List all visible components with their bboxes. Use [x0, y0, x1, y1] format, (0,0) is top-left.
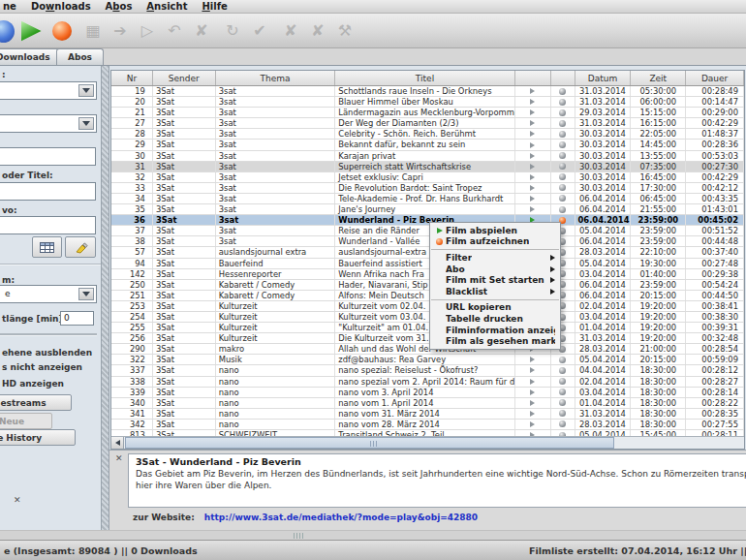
horizontal-scrollbar[interactable]: [111, 436, 744, 449]
checkbox-abos-nicht-anzeigen[interactable]: s nicht anzeigen: [2, 362, 82, 372]
menu-downloads[interactable]: Downloads: [31, 1, 91, 12]
close-icon[interactable]: ✕: [14, 496, 21, 505]
table-row[interactable]: 293Sat3satBekannt dafür, bekannt zu sein…: [111, 140, 744, 150]
context-menu-item[interactable]: URL kopieren: [430, 302, 560, 314]
context-menu-item[interactable]: Tabelle drucken: [430, 313, 560, 325]
table-row[interactable]: 333Sat3satDie Revolution Bardot: Saint T…: [111, 183, 744, 194]
play-icon[interactable]: [530, 164, 535, 170]
cross-icon-2[interactable]: ✘: [279, 19, 302, 43]
sender-combobox[interactable]: [0, 81, 97, 100]
play-icon[interactable]: [530, 174, 535, 180]
play-icon[interactable]: [530, 421, 535, 427]
clear-filter-button[interactable]: [65, 236, 96, 258]
play-icon[interactable]: [530, 99, 535, 105]
column-header-thema[interactable]: Thema: [216, 71, 336, 85]
history-button[interactable]: elle History: [0, 429, 76, 446]
record-icon[interactable]: [559, 367, 566, 374]
context-menu-item[interactable]: Film aufzeichnen: [430, 236, 560, 248]
column-header-icon4[interactable]: [515, 71, 551, 85]
cross-icon[interactable]: ✘: [190, 19, 213, 43]
menu-filme-fragment[interactable]: ne: [3, 1, 16, 12]
play-icon[interactable]: [530, 206, 535, 212]
menu-ansicht[interactable]: Ansicht: [146, 1, 187, 12]
chevron-down-icon[interactable]: [78, 288, 94, 300]
table-row[interactable]: 2513SatKabarett / ComedyAlfons: Mein Deu…: [111, 291, 744, 301]
chevron-down-icon[interactable]: [78, 117, 94, 130]
play-icon[interactable]: [530, 131, 535, 137]
record-icon[interactable]: [559, 131, 566, 138]
cross-icon-3[interactable]: ✘: [306, 19, 329, 43]
play-icon[interactable]: [530, 400, 535, 406]
table-row[interactable]: 3393Satnanonano vom 3. April 201403.04.2…: [111, 388, 744, 398]
play-icon[interactable]: [530, 389, 535, 395]
close-icon[interactable]: ✕: [115, 454, 123, 463]
context-menu-item[interactable]: Film abspielen: [430, 225, 560, 236]
play-icon[interactable]: [530, 185, 535, 191]
table-row[interactable]: 3403Satnanonano vom 1. April 201401.04.2…: [111, 398, 744, 409]
record-icon[interactable]: [559, 120, 566, 127]
thema-oder-titel-input[interactable]: [0, 182, 96, 201]
column-header-dauer[interactable]: Dauer: [686, 71, 744, 85]
record-icon[interactable]: [559, 420, 566, 427]
bottom-splitter[interactable]: [0, 530, 746, 540]
context-menu-item[interactable]: Abo: [430, 264, 560, 275]
record-icon[interactable]: [559, 389, 566, 395]
record-icon[interactable]: [559, 206, 566, 213]
table-row[interactable]: 363Sat3satWunderland - Piz Beverin06.04.…: [111, 215, 744, 226]
table-row[interactable]: 213Sat3satLändermagazin aus Mecklenburg-…: [111, 108, 744, 118]
table-row[interactable]: 383Sat3satWunderland - Vallée06.04.20142…: [111, 236, 744, 247]
play-icon[interactable]: [530, 153, 535, 159]
scroll-left-button[interactable]: [111, 437, 124, 449]
table-row[interactable]: 373Sat3satReise an die Ränder05.04.20142…: [111, 226, 744, 236]
titel-input[interactable]: [0, 147, 96, 166]
context-menu-item[interactable]: Filter: [430, 252, 560, 264]
table-row[interactable]: 943SatBauerfeindBauerfeind assistiert05.…: [111, 259, 744, 269]
record-icon[interactable]: [559, 410, 566, 417]
context-menu-item[interactable]: Filminformation anzeigen: [430, 325, 560, 336]
laenge-slider[interactable]: [0, 333, 97, 336]
context-menu-item[interactable]: Film mit Set starten: [430, 274, 560, 286]
table-row[interactable]: 303Sat3satKarajan privat30.03.201413:55:…: [111, 151, 744, 162]
table-row[interactable]: 193Sat3satSchottlands raue Inseln - Die …: [111, 86, 744, 97]
table-row[interactable]: 2543SatKulturzeitKulturzeit vom 03.04.03…: [111, 312, 744, 323]
record-film-icon[interactable]: [50, 19, 74, 43]
play-icon[interactable]: [530, 88, 535, 94]
column-header-icon5[interactable]: [551, 71, 575, 85]
context-menu-item[interactable]: Blacklist: [430, 286, 560, 297]
refresh-icon[interactable]: ↻: [221, 19, 244, 43]
table-row[interactable]: 343Sat3satTele-Akademie - Prof. Dr. Hans…: [111, 194, 744, 204]
hammer-icon[interactable]: ⚒: [333, 19, 357, 43]
table-row[interactable]: 283Sat3satCelebrity - Schön. Reich. Berü…: [111, 129, 744, 140]
table-row[interactable]: 3423Satnanonano vom 28. März 201428.03.2…: [111, 420, 744, 430]
livestreams-button[interactable]: estreams: [0, 394, 72, 411]
play-icon[interactable]: [530, 357, 535, 362]
undo-arrow-icon[interactable]: ↶: [163, 19, 186, 43]
menu-abos[interactable]: Abos: [106, 1, 133, 12]
table-row[interactable]: 2903SatmakroAllah und das Wohl der Wirts…: [111, 344, 744, 355]
column-header-datum[interactable]: Datum: [575, 71, 632, 85]
column-header-zeit[interactable]: Zeit: [631, 71, 686, 85]
table-row[interactable]: 3373Satnanonano spezial: Reiselust - Öko…: [111, 365, 744, 376]
table-row[interactable]: 353Sat3satJane's Journey06.04.201421:55:…: [111, 204, 744, 215]
record-icon[interactable]: [559, 195, 566, 202]
column-header-sender[interactable]: Sender: [153, 71, 216, 85]
record-icon[interactable]: [559, 109, 566, 116]
table-row[interactable]: 1423SatHessenreporterWenn Afrika nach Fr…: [111, 269, 744, 280]
table-row[interactable]: 2563SatKulturzeitDie Kulturzeit vom 31.3…: [111, 333, 744, 344]
table-row[interactable]: 2533SatKulturzeitKulturzeit vom 02.04.02…: [111, 301, 744, 312]
record-icon[interactable]: [559, 378, 566, 385]
check-icon[interactable]: ✔: [248, 19, 271, 43]
record-icon[interactable]: [559, 357, 566, 363]
context-menu-item[interactable]: Film als gesehen markieren: [430, 335, 560, 347]
neue-button[interactable]: Neue: [0, 413, 52, 429]
thema-combobox[interactable]: [0, 114, 97, 133]
scrollbar-thumb[interactable]: [125, 437, 614, 449]
vertical-splitter[interactable]: [101, 66, 109, 530]
table-row[interactable]: 273Sat3satDer Weg der Diamanten (2/3)31.…: [111, 118, 744, 129]
box-icon[interactable]: ▦: [81, 19, 105, 43]
zeitraum-combobox[interactable]: e: [0, 285, 97, 303]
table-row[interactable]: 203Sat3satBlauer Himmel über Moskau31.03…: [111, 97, 744, 108]
column-header-nr[interactable]: Nr: [111, 71, 153, 85]
column-header-titel[interactable]: Titel: [335, 71, 514, 85]
table-row[interactable]: 3413Satnanonano vom 31. März 201431.03.2…: [111, 409, 744, 420]
